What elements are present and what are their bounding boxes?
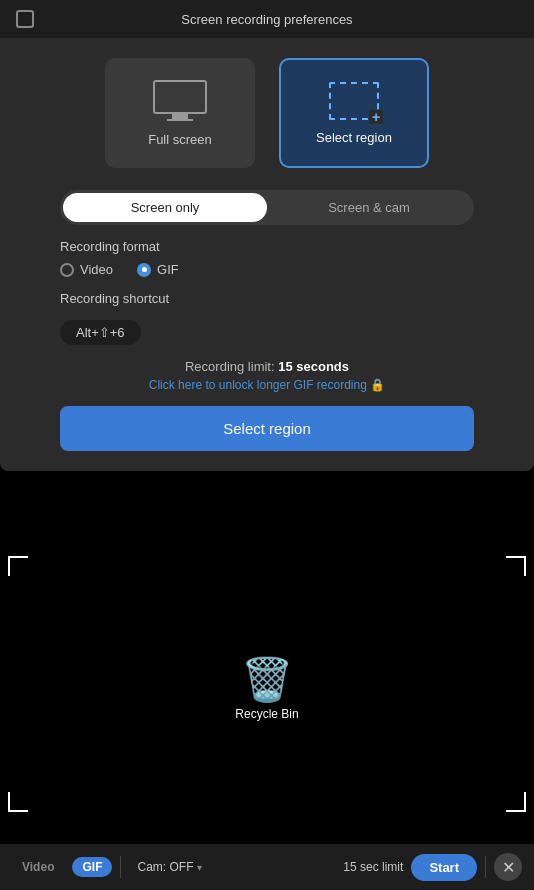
bracket-bottom-right — [506, 792, 526, 812]
toolbar-video-badge[interactable]: Video — [12, 857, 64, 877]
recording-shortcut-section: Recording shortcut Alt+⇧+6 — [0, 277, 534, 345]
radio-gif[interactable]: GIF — [137, 262, 179, 277]
bracket-bottom-left — [8, 792, 28, 812]
window-icon — [16, 10, 34, 28]
radio-video[interactable]: Video — [60, 262, 113, 277]
mode-card-select-region[interactable]: + Select region — [279, 58, 429, 168]
limit-prefix: Recording limit: — [185, 359, 278, 374]
shortcut-badge[interactable]: Alt+⇧+6 — [60, 320, 141, 345]
recycle-bin-icon: 🗑️ — [241, 659, 293, 701]
cam-label: Cam: OFF — [137, 860, 193, 874]
recording-shortcut-label: Recording shortcut — [60, 291, 474, 306]
recording-limit-row: Recording limit: 15 seconds — [0, 359, 534, 374]
radio-video-label: Video — [80, 262, 113, 277]
panel-title: Screen recording preferences — [46, 12, 488, 27]
select-region-button[interactable]: Select region — [60, 406, 474, 451]
selection-overlay: 🗑️ Recycle Bin — [0, 548, 534, 850]
recycle-bin-label: Recycle Bin — [235, 707, 298, 721]
bracket-top-left — [8, 556, 28, 576]
close-button[interactable]: ✕ — [494, 853, 522, 881]
limit-value: 15 seconds — [278, 359, 349, 374]
tab-screen-only[interactable]: Screen only — [63, 193, 267, 222]
toolbar-separator-2 — [485, 856, 486, 878]
unlock-link[interactable]: Click here to unlock longer GIF recordin… — [0, 378, 534, 392]
mode-card-full-screen[interactable]: Full screen — [105, 58, 255, 168]
region-icon: + — [329, 82, 379, 120]
monitor-icon — [153, 80, 207, 122]
recording-format-label: Recording format — [60, 239, 474, 254]
mode-tabs: Screen only Screen & cam — [60, 190, 474, 225]
chevron-down-icon: ▾ — [197, 862, 202, 873]
preferences-panel: Screen recording preferences Full screen… — [0, 0, 534, 471]
recording-format-section: Recording format Video GIF — [0, 225, 534, 277]
toolbar-limit-badge: 15 sec limit — [343, 860, 403, 874]
bracket-top-right — [506, 556, 526, 576]
mode-cards: Full screen + Select region — [0, 38, 534, 178]
cam-button[interactable]: Cam: OFF ▾ — [129, 857, 210, 877]
format-radio-group: Video GIF — [60, 262, 474, 277]
radio-circle-gif — [137, 263, 151, 277]
radio-gif-label: GIF — [157, 262, 179, 277]
titlebar: Screen recording preferences — [0, 0, 534, 38]
recycle-bin: 🗑️ Recycle Bin — [235, 659, 298, 721]
full-screen-label: Full screen — [148, 132, 212, 147]
bottom-toolbar: Video GIF Cam: OFF ▾ 15 sec limit Start … — [0, 844, 534, 890]
toolbar-separator-1 — [120, 856, 121, 878]
tab-screen-cam[interactable]: Screen & cam — [267, 193, 471, 222]
close-icon: ✕ — [502, 858, 515, 877]
select-region-label: Select region — [316, 130, 392, 145]
start-button[interactable]: Start — [411, 854, 477, 881]
radio-circle-video — [60, 263, 74, 277]
toolbar-gif-badge[interactable]: GIF — [72, 857, 112, 877]
